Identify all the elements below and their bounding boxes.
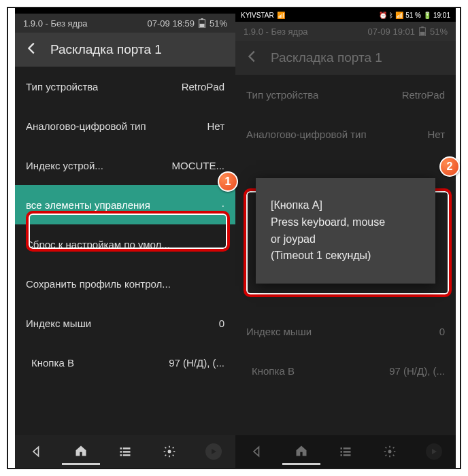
svg-rect-6 <box>123 451 131 453</box>
dialog-line1: [Кнопка A] <box>271 197 420 214</box>
battery-icon <box>199 18 205 28</box>
header-title: Раскладка порта 1 <box>271 50 382 65</box>
bluetooth-icon: ᛒ <box>389 12 393 19</box>
dialog-line4: (Timeout 1 секунды) <box>271 248 420 265</box>
svg-rect-7 <box>120 454 122 456</box>
nav-list-icon <box>327 438 365 465</box>
svg-rect-14 <box>344 447 351 449</box>
app-version: 1.9.0 - Без ядра <box>23 18 88 29</box>
app-status-bar: 1.9.0 - Без ядра 07-09 19:01 51% <box>235 22 456 41</box>
app-datetime: 07-09 19:01 <box>368 27 415 37</box>
nav-settings-icon[interactable] <box>150 438 188 465</box>
nav-play-icon <box>415 438 453 465</box>
svg-rect-13 <box>340 447 342 449</box>
screen-header: Раскладка порта 1 <box>15 33 235 67</box>
battery-icon <box>419 27 426 36</box>
svg-rect-16 <box>344 451 351 453</box>
wifi-icon: 📶 <box>395 12 403 19</box>
bottom-navbar <box>15 435 235 468</box>
battery-percent: 51 % <box>405 12 421 19</box>
nav-settings-icon <box>371 438 409 465</box>
row-button-b[interactable]: Кнопка B97 (Н/Д), (... <box>15 343 235 382</box>
settings-list[interactable]: Тип устройстваRetroPad Аналогово-цифрово… <box>15 67 235 382</box>
svg-rect-5 <box>120 451 122 453</box>
nav-back-icon <box>238 438 276 465</box>
dialog-line2: Press keyboard, mouse <box>271 214 420 231</box>
screenshot-frame: 1.9.0 - Без ядра 07-09 18:59 51% Расклад… <box>7 7 461 469</box>
svg-rect-15 <box>340 451 342 453</box>
nav-list-icon[interactable] <box>106 438 144 465</box>
back-icon[interactable] <box>245 49 260 67</box>
row-mouse-index[interactable]: Индекс мыши0 <box>15 303 235 343</box>
android-status-bar <box>15 8 235 14</box>
svg-point-9 <box>167 450 171 454</box>
row-analog-digital[interactable]: Аналогово-цифровой типНет <box>15 106 235 146</box>
phone-left: 1.9.0 - Без ядра 07-09 18:59 51% Расклад… <box>15 8 235 468</box>
row-device-type[interactable]: Тип устройстваRetroPad <box>15 67 235 106</box>
nav-home-icon <box>282 438 320 465</box>
header-title: Раскладка порта 1 <box>50 42 162 57</box>
app-status-bar: 1.9.0 - Без ядра 07-09 18:59 51% <box>15 14 235 33</box>
nav-home-icon[interactable] <box>62 438 100 465</box>
svg-rect-12 <box>420 32 424 35</box>
svg-rect-4 <box>123 447 131 449</box>
dialog-line3: or joypad <box>271 231 420 248</box>
svg-rect-17 <box>340 454 342 456</box>
screen-header: Раскладка порта 1 <box>235 41 456 75</box>
nav-play-icon[interactable] <box>195 438 233 465</box>
battery-percent: 51% <box>210 18 227 29</box>
signal-icon: 📶 <box>277 12 285 19</box>
bottom-navbar <box>235 435 456 468</box>
app-datetime: 07-09 18:59 <box>148 18 195 29</box>
carrier-label: KYIVSTAR <box>241 12 274 19</box>
battery-percent: 51% <box>430 27 448 37</box>
android-status-bar: KYIVSTAR📶 ⏰ ᛒ 📶 51 % 🔋 19:01 <box>235 8 456 22</box>
row-save-profile[interactable]: Сохранить профиль контрол... <box>15 264 235 303</box>
svg-rect-2 <box>199 24 204 27</box>
row-reset-defaults[interactable]: Сброс к настройкам по умол... <box>15 224 235 264</box>
clock: 19:01 <box>433 12 450 19</box>
alarm-icon: ⏰ <box>379 12 387 19</box>
bind-dialog: [Кнопка A] Press keyboard, mouse or joyp… <box>256 178 435 284</box>
row-device-index[interactable]: Индекс устрой...MOCUTE... <box>15 146 235 185</box>
row-analog-digital: Аналогово-цифровой типНет <box>235 114 456 154</box>
callout-badge-2: 2 <box>439 156 460 177</box>
nav-back-icon[interactable] <box>18 438 56 465</box>
svg-rect-8 <box>123 454 131 456</box>
row-button-b: Кнопка B97 (Н/Д), (... <box>235 351 456 390</box>
callout-badge-1: 1 <box>218 171 238 192</box>
phone-right: KYIVSTAR📶 ⏰ ᛒ 📶 51 % 🔋 19:01 1.9.0 - Без… <box>235 8 456 468</box>
row-device-type: Тип устройстваRetroPad <box>235 75 456 114</box>
row-bind-all[interactable]: все элементы управления· <box>15 185 235 224</box>
back-icon[interactable] <box>24 41 39 59</box>
svg-rect-18 <box>344 454 351 456</box>
svg-rect-3 <box>120 447 122 449</box>
app-version: 1.9.0 - Без ядра <box>244 27 308 37</box>
battery-icon: 🔋 <box>423 12 431 19</box>
svg-point-19 <box>388 450 391 454</box>
svg-rect-1 <box>201 18 203 20</box>
svg-rect-11 <box>421 27 424 28</box>
row-mouse-index: Индекс мыши0 <box>235 311 456 351</box>
